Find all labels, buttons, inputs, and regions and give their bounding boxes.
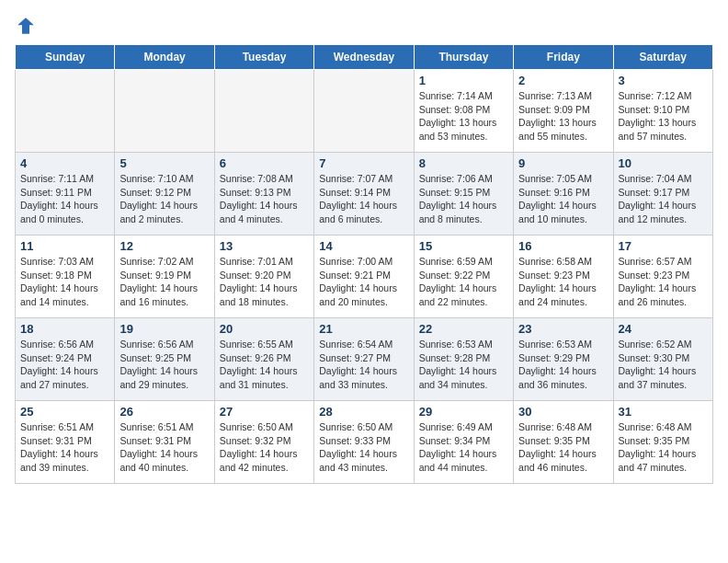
- calendar-cell: 10Sunrise: 7:04 AMSunset: 9:17 PMDayligh…: [613, 153, 712, 236]
- calendar-table: SundayMondayTuesdayWednesdayThursdayFrid…: [15, 44, 713, 484]
- day-number: 29: [419, 405, 508, 419]
- cell-details: Sunrise: 7:01 AMSunset: 9:20 PMDaylight:…: [220, 255, 309, 309]
- svg-marker-0: [17, 17, 34, 34]
- calendar-cell: 8Sunrise: 7:06 AMSunset: 9:15 PMDaylight…: [414, 153, 513, 236]
- calendar-cell: 3Sunrise: 7:12 AMSunset: 9:10 PMDaylight…: [613, 70, 712, 153]
- cell-details: Sunrise: 7:13 AMSunset: 9:09 PMDaylight:…: [518, 89, 608, 144]
- day-number: 21: [319, 322, 408, 336]
- cell-details: Sunrise: 6:57 AMSunset: 9:23 PMDaylight:…: [619, 255, 708, 309]
- calendar-cell: [115, 70, 214, 153]
- day-number: 18: [20, 322, 109, 336]
- cell-details: Sunrise: 6:56 AMSunset: 9:25 PMDaylight:…: [119, 338, 209, 392]
- cell-details: Sunrise: 7:07 AMSunset: 9:14 PMDaylight:…: [319, 172, 408, 226]
- cell-details: Sunrise: 6:56 AMSunset: 9:24 PMDaylight:…: [20, 338, 109, 392]
- calendar-cell: 26Sunrise: 6:51 AMSunset: 9:31 PMDayligh…: [115, 401, 214, 484]
- day-header-sunday: Sunday: [16, 45, 115, 70]
- cell-details: Sunrise: 7:06 AMSunset: 9:15 PMDaylight:…: [419, 172, 508, 226]
- calendar-cell: 11Sunrise: 7:03 AMSunset: 9:18 PMDayligh…: [16, 236, 115, 318]
- calendar-cell: 28Sunrise: 6:50 AMSunset: 9:33 PMDayligh…: [314, 401, 414, 484]
- week-row-2: 4Sunrise: 7:11 AMSunset: 9:11 PMDaylight…: [16, 153, 713, 236]
- week-row-5: 25Sunrise: 6:51 AMSunset: 9:31 PMDayligh…: [16, 401, 713, 484]
- day-number: 30: [518, 405, 608, 419]
- cell-details: Sunrise: 7:10 AMSunset: 9:12 PMDaylight:…: [119, 172, 209, 226]
- calendar-cell: 4Sunrise: 7:11 AMSunset: 9:11 PMDaylight…: [16, 153, 115, 236]
- day-number: 16: [518, 239, 608, 253]
- cell-details: Sunrise: 6:50 AMSunset: 9:33 PMDaylight:…: [319, 420, 408, 475]
- day-number: 8: [419, 156, 508, 170]
- page-header: [15, 15, 713, 37]
- cell-details: Sunrise: 6:48 AMSunset: 9:35 PMDaylight:…: [518, 420, 608, 475]
- day-number: 19: [119, 322, 209, 336]
- day-number: 2: [518, 74, 608, 87]
- day-header-saturday: Saturday: [613, 45, 712, 70]
- day-number: 7: [319, 156, 408, 170]
- calendar-cell: 9Sunrise: 7:05 AMSunset: 9:16 PMDaylight…: [514, 153, 613, 236]
- calendar-cell: 7Sunrise: 7:07 AMSunset: 9:14 PMDaylight…: [314, 153, 414, 236]
- calendar-cell: 22Sunrise: 6:53 AMSunset: 9:28 PMDayligh…: [414, 318, 513, 401]
- week-row-4: 18Sunrise: 6:56 AMSunset: 9:24 PMDayligh…: [16, 318, 713, 401]
- cell-details: Sunrise: 6:51 AMSunset: 9:31 PMDaylight:…: [119, 420, 209, 475]
- week-row-1: 1Sunrise: 7:14 AMSunset: 9:08 PMDaylight…: [16, 70, 713, 153]
- calendar-cell: 29Sunrise: 6:49 AMSunset: 9:34 PMDayligh…: [414, 401, 513, 484]
- calendar-cell: 20Sunrise: 6:55 AMSunset: 9:26 PMDayligh…: [214, 318, 313, 401]
- cell-details: Sunrise: 7:11 AMSunset: 9:11 PMDaylight:…: [20, 172, 109, 226]
- calendar-cell: 31Sunrise: 6:48 AMSunset: 9:35 PMDayligh…: [613, 401, 712, 484]
- calendar-cell: [314, 70, 414, 153]
- day-number: 5: [119, 156, 209, 170]
- calendar-cell: 5Sunrise: 7:10 AMSunset: 9:12 PMDaylight…: [115, 153, 214, 236]
- calendar-cell: [214, 70, 313, 153]
- logo-icon: [15, 15, 37, 37]
- day-number: 28: [319, 405, 408, 419]
- calendar-cell: 23Sunrise: 6:53 AMSunset: 9:29 PMDayligh…: [514, 318, 613, 401]
- calendar-cell: 21Sunrise: 6:54 AMSunset: 9:27 PMDayligh…: [314, 318, 414, 401]
- cell-details: Sunrise: 7:05 AMSunset: 9:16 PMDaylight:…: [518, 172, 608, 226]
- cell-details: Sunrise: 7:03 AMSunset: 9:18 PMDaylight:…: [20, 255, 109, 309]
- calendar-cell: 17Sunrise: 6:57 AMSunset: 9:23 PMDayligh…: [613, 236, 712, 318]
- logo: [15, 15, 40, 37]
- cell-details: Sunrise: 6:51 AMSunset: 9:31 PMDaylight:…: [20, 420, 109, 475]
- day-number: 13: [220, 239, 309, 253]
- day-number: 20: [220, 322, 309, 336]
- cell-details: Sunrise: 7:04 AMSunset: 9:17 PMDaylight:…: [619, 172, 708, 226]
- calendar-cell: 24Sunrise: 6:52 AMSunset: 9:30 PMDayligh…: [613, 318, 712, 401]
- day-number: 24: [619, 322, 708, 336]
- calendar-cell: 30Sunrise: 6:48 AMSunset: 9:35 PMDayligh…: [514, 401, 613, 484]
- cell-details: Sunrise: 7:02 AMSunset: 9:19 PMDaylight:…: [119, 255, 209, 309]
- cell-details: Sunrise: 7:08 AMSunset: 9:13 PMDaylight:…: [220, 172, 309, 226]
- week-row-3: 11Sunrise: 7:03 AMSunset: 9:18 PMDayligh…: [16, 236, 713, 318]
- cell-details: Sunrise: 6:55 AMSunset: 9:26 PMDaylight:…: [220, 338, 309, 392]
- cell-details: Sunrise: 7:12 AMSunset: 9:10 PMDaylight:…: [619, 89, 708, 144]
- day-number: 9: [518, 156, 608, 170]
- calendar-cell: 6Sunrise: 7:08 AMSunset: 9:13 PMDaylight…: [214, 153, 313, 236]
- day-number: 22: [419, 322, 508, 336]
- day-number: 23: [518, 322, 608, 336]
- cell-details: Sunrise: 6:53 AMSunset: 9:29 PMDaylight:…: [518, 338, 608, 392]
- cell-details: Sunrise: 7:00 AMSunset: 9:21 PMDaylight:…: [319, 255, 408, 309]
- day-number: 14: [319, 239, 408, 253]
- day-header-monday: Monday: [115, 45, 214, 70]
- day-number: 31: [619, 405, 708, 419]
- day-number: 15: [419, 239, 508, 253]
- day-number: 12: [119, 239, 209, 253]
- cell-details: Sunrise: 7:14 AMSunset: 9:08 PMDaylight:…: [419, 89, 508, 144]
- day-number: 25: [20, 405, 109, 419]
- cell-details: Sunrise: 6:50 AMSunset: 9:32 PMDaylight:…: [220, 420, 309, 475]
- cell-details: Sunrise: 6:49 AMSunset: 9:34 PMDaylight:…: [419, 420, 508, 475]
- calendar-cell: 15Sunrise: 6:59 AMSunset: 9:22 PMDayligh…: [414, 236, 513, 318]
- day-number: 4: [20, 156, 109, 170]
- day-header-friday: Friday: [514, 45, 613, 70]
- day-header-tuesday: Tuesday: [214, 45, 313, 70]
- day-number: 26: [119, 405, 209, 419]
- calendar-cell: 18Sunrise: 6:56 AMSunset: 9:24 PMDayligh…: [16, 318, 115, 401]
- day-header-wednesday: Wednesday: [314, 45, 414, 70]
- day-number: 3: [619, 74, 708, 87]
- cell-details: Sunrise: 6:59 AMSunset: 9:22 PMDaylight:…: [419, 255, 508, 309]
- calendar-cell: [16, 70, 115, 153]
- day-number: 27: [220, 405, 309, 419]
- cell-details: Sunrise: 6:54 AMSunset: 9:27 PMDaylight:…: [319, 338, 408, 392]
- calendar-cell: 1Sunrise: 7:14 AMSunset: 9:08 PMDaylight…: [414, 70, 513, 153]
- cell-details: Sunrise: 6:53 AMSunset: 9:28 PMDaylight:…: [419, 338, 508, 392]
- day-number: 17: [619, 239, 708, 253]
- day-header-thursday: Thursday: [414, 45, 513, 70]
- day-number: 10: [619, 156, 708, 170]
